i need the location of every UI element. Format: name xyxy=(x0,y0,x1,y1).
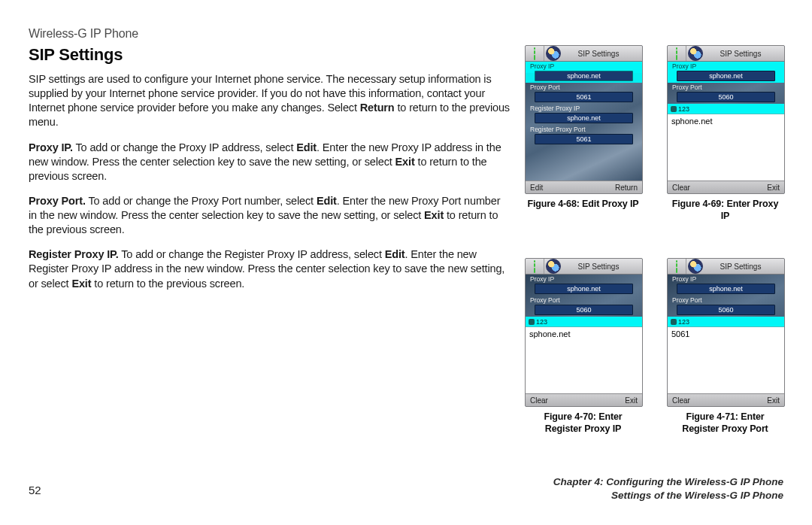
phone-header: SIP Settings xyxy=(668,259,784,275)
field-value: 5061 xyxy=(535,134,633,144)
field-value: 5060 xyxy=(677,92,775,102)
phone-body: Proxy IP sphone.net Proxy Port 5060 123 … xyxy=(668,62,784,181)
register-proxy-paragraph: Register Proxy IP. To add or change the … xyxy=(29,247,510,290)
field-proxy-port[interactable]: Proxy Port 5060 xyxy=(668,83,784,104)
phone-mockup: SIP Settings Proxy IP sphone.net Proxy P… xyxy=(525,45,643,194)
field-label: Proxy IP xyxy=(530,275,638,283)
input-mode-bar: 123 xyxy=(668,317,784,327)
footer-line-2: Settings of the Wireless-G IP Phone xyxy=(553,489,783,502)
field-label: Proxy Port xyxy=(530,83,638,91)
field-register-proxy-ip[interactable]: Register Proxy IP sphone.net xyxy=(526,104,642,125)
phone-header: SIP Settings xyxy=(526,46,642,62)
softkey-left[interactable]: Edit xyxy=(530,184,543,192)
settings-icon xyxy=(546,259,561,274)
figure-4-71: SIP Settings Proxy IP sphone.net Proxy P… xyxy=(667,258,783,435)
softkey-right[interactable]: Exit xyxy=(767,396,780,405)
phone-mockup: SIP Settings Proxy IP sphone.net Proxy P… xyxy=(525,258,643,407)
text: to return to the previous screen. xyxy=(91,278,244,290)
field-label: Register Proxy Port xyxy=(530,126,638,133)
text-input[interactable]: 5061 xyxy=(668,327,784,393)
page-number: 52 xyxy=(29,484,41,496)
softkey-right[interactable]: Exit xyxy=(625,396,638,405)
field-proxy-ip[interactable]: Proxy IP sphone.net xyxy=(668,62,784,83)
bold-edit: Edit xyxy=(317,195,337,207)
field-proxy-port[interactable]: Proxy Port 5061 xyxy=(526,83,642,104)
page: Wireless-G IP Phone SIP Settings SIP set… xyxy=(0,0,812,525)
phone-figures: SIP Settings Proxy IP sphone.net Proxy P… xyxy=(525,45,783,435)
field-value: 5061 xyxy=(535,92,633,102)
field-register-proxy-port[interactable]: Register Proxy Port 5061 xyxy=(526,125,642,146)
softkey-left[interactable]: Clear xyxy=(530,396,548,405)
input-mode-bar: 123 xyxy=(668,104,784,114)
figure-4-68: SIP Settings Proxy IP sphone.net Proxy P… xyxy=(525,45,641,222)
field-proxy-ip[interactable]: Proxy IP sphone.net xyxy=(668,275,784,296)
field-label: Proxy IP xyxy=(672,275,780,283)
bold-edit: Edit xyxy=(296,141,317,153)
figure-caption: Figure 4-68: Edit Proxy IP xyxy=(525,199,641,211)
phone-title: SIP Settings xyxy=(561,262,642,271)
bold-exit: Exit xyxy=(71,278,91,290)
softkey-right[interactable]: Return xyxy=(615,184,638,192)
field-value: 5060 xyxy=(677,305,775,315)
footer-right: Chapter 4: Configuring the Wireless-G IP… xyxy=(553,475,783,502)
softkey-left[interactable]: Clear xyxy=(672,396,690,405)
field-value: sphone.net xyxy=(535,71,633,81)
input-mode: 123 xyxy=(536,318,547,326)
field-value: sphone.net xyxy=(677,284,775,294)
footer-line-1: Chapter 4: Configuring the Wireless-G IP… xyxy=(553,475,783,489)
settings-icon xyxy=(688,259,703,274)
signal-icon xyxy=(668,46,686,61)
figure-caption: Figure 4-69: Enter Proxy IP xyxy=(667,199,783,222)
phone-header: SIP Settings xyxy=(526,259,642,275)
input-mode-bar: 123 xyxy=(526,317,642,327)
bold-edit: Edit xyxy=(385,248,405,260)
phone-body: Proxy IP sphone.net Proxy Port 5060 123 … xyxy=(668,275,784,393)
field-value: sphone.net xyxy=(535,113,633,123)
settings-icon xyxy=(546,46,561,61)
text: To add or change the Proxy IP address, s… xyxy=(73,141,296,153)
figure-caption: Figure 4-71: Enter Register Proxy Port xyxy=(667,411,783,435)
bold-exit: Exit xyxy=(424,209,444,221)
proxy-ip-paragraph: Proxy IP. To add or change the Proxy IP … xyxy=(29,141,510,184)
phone-title: SIP Settings xyxy=(703,50,784,58)
text: To add or change the Register Proxy IP a… xyxy=(119,248,385,260)
field-label: Proxy Port xyxy=(672,296,780,304)
signal-icon xyxy=(526,259,544,274)
phone-mockup: SIP Settings Proxy IP sphone.net Proxy P… xyxy=(667,258,785,407)
label-proxy-ip: Proxy IP. xyxy=(29,141,73,153)
label-proxy-port: Proxy Port. xyxy=(29,195,86,207)
intro-paragraph: SIP settings are used to configure your … xyxy=(29,72,510,130)
input-mode: 123 xyxy=(678,318,689,326)
lock-icon xyxy=(671,319,677,325)
text-input[interactable]: sphone.net xyxy=(526,327,642,393)
proxy-port-paragraph: Proxy Port. To add or change the Proxy P… xyxy=(29,194,510,237)
field-proxy-ip[interactable]: Proxy IP sphone.net xyxy=(526,62,642,83)
field-label: Register Proxy IP xyxy=(530,105,638,112)
field-label: Proxy IP xyxy=(530,62,638,70)
text-input[interactable]: sphone.net xyxy=(668,114,784,181)
field-value: sphone.net xyxy=(535,284,633,294)
field-proxy-port[interactable]: Proxy Port 5060 xyxy=(526,296,642,317)
field-proxy-ip[interactable]: Proxy IP sphone.net xyxy=(526,275,642,296)
field-proxy-port[interactable]: Proxy Port 5060 xyxy=(668,296,784,317)
signal-icon xyxy=(668,259,686,274)
field-label: Proxy Port xyxy=(672,83,780,91)
figure-caption: Figure 4-70: Enter Register Proxy IP xyxy=(525,411,641,435)
field-value: sphone.net xyxy=(677,71,775,81)
softkey-right[interactable]: Exit xyxy=(767,184,780,192)
softkey-left[interactable]: Clear xyxy=(672,184,690,192)
body-column: SIP settings are used to configure your … xyxy=(29,72,510,291)
field-label: Proxy IP xyxy=(672,62,780,70)
phone-softkeys: Clear Exit xyxy=(668,393,784,406)
field-value: 5060 xyxy=(535,305,633,315)
phone-softkeys: Edit Return xyxy=(526,181,642,193)
phone-mockup: SIP Settings Proxy IP sphone.net Proxy P… xyxy=(667,45,785,194)
phone-softkeys: Clear Exit xyxy=(668,181,784,193)
text: To add or change the Proxy Port number, … xyxy=(86,195,317,207)
phone-softkeys: Clear Exit xyxy=(526,393,642,406)
label-register-proxy: Register Proxy IP. xyxy=(29,248,119,260)
field-label: Proxy Port xyxy=(530,296,638,304)
bold-exit: Exit xyxy=(395,156,415,168)
eyebrow: Wireless-G IP Phone xyxy=(29,27,783,41)
phone-body: Proxy IP sphone.net Proxy Port 5060 123 … xyxy=(526,275,642,393)
